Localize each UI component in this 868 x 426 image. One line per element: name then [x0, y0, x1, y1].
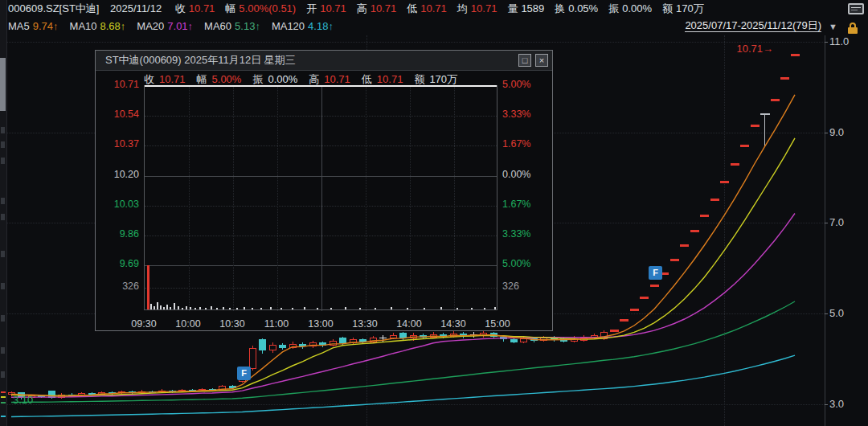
popup-right-axis-label: 1.67% — [502, 138, 544, 150]
popup-time-label: 10:30 — [215, 318, 250, 330]
popup-left-axis-label: 10.54 — [102, 109, 139, 120]
popup-left-axis-label: 326 — [102, 281, 139, 292]
popup-left-axis-label: 10.71 — [102, 79, 139, 90]
price-axis-label: 11.0 — [829, 35, 863, 47]
popup-left-axis-label: 9.86 — [102, 228, 139, 240]
popup-time-label: 11:00 — [259, 318, 294, 330]
popup-right-axis-label: 5.00% — [502, 79, 544, 90]
axis-tick — [825, 404, 828, 405]
popup-time-label: 10:00 — [170, 318, 206, 330]
popup-time-label: 13:30 — [347, 318, 383, 330]
popup-time-label: 09:30 — [126, 318, 162, 330]
popup-right-axis-label: 0.00% — [502, 169, 544, 180]
price-axis-label: 9.0 — [829, 126, 863, 138]
popup-time-label: 14:00 — [391, 318, 427, 330]
price-axis-label: 7.0 — [829, 216, 863, 228]
popup-right-axis-label: 1.67% — [502, 199, 544, 210]
trading-app-window: 000609.SZ[ST中迪] 2025/11/12 收10.71幅5.00%(… — [0, 0, 868, 426]
popup-left-axis-label: 10.37 — [102, 138, 139, 150]
popup-left-axis-label: 10.03 — [102, 199, 139, 210]
popup-right-axis-label: 5.00% — [502, 258, 544, 269]
axis-tick — [825, 223, 828, 223]
intraday-popup-window: ST中迪(000609) 2025年11月12日 星期三 □ × 收10.71幅… — [95, 50, 553, 331]
popup-left-axis-label: 9.69 — [102, 258, 139, 269]
axis-tick — [825, 313, 828, 314]
popup-right-axis-label: 3.33% — [502, 228, 544, 240]
popup-time-label: 13:00 — [303, 318, 338, 330]
popup-right-axis-label: 326 — [502, 281, 544, 292]
price-axis-label: 3.0 — [829, 398, 863, 410]
popup-time-label: 15:00 — [480, 318, 515, 330]
popup-time-label: 14:30 — [436, 318, 471, 330]
popup-right-axis-label: 3.33% — [502, 109, 544, 120]
price-axis-label: 5.0 — [829, 307, 863, 319]
axis-tick — [825, 42, 828, 43]
popup-axes: 10.7110.5410.3710.2010.039.869.693265.00… — [96, 51, 552, 330]
axis-tick — [825, 133, 828, 133]
popup-left-axis-label: 10.20 — [102, 169, 139, 180]
